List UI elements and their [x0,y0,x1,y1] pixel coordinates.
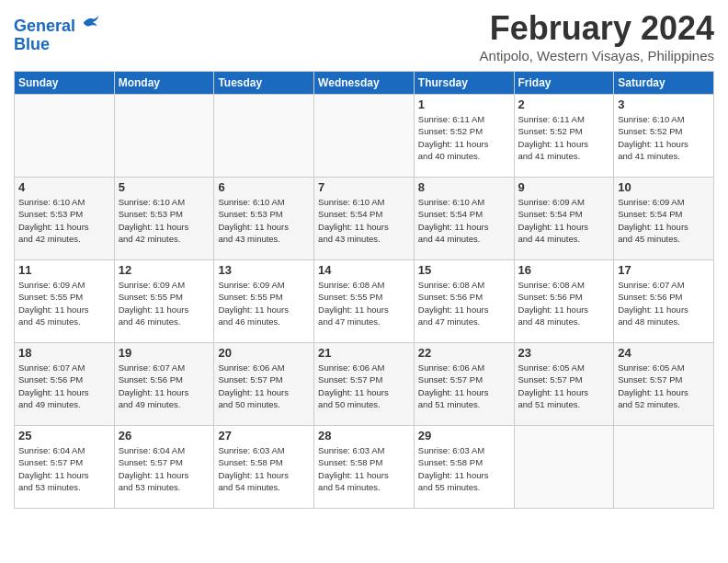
subtitle: Antipolo, Western Visayas, Philippines [480,48,714,63]
day-info: Sunrise: 6:10 AMSunset: 5:53 PMDaylight:… [18,196,110,245]
calendar-cell: 2Sunrise: 6:11 AMSunset: 5:52 PMDaylight… [514,95,614,178]
day-info: Sunrise: 6:09 AMSunset: 5:54 PMDaylight:… [518,196,610,245]
day-info: Sunrise: 6:06 AMSunset: 5:57 PMDaylight:… [418,362,510,410]
calendar-cell: 10Sunrise: 6:09 AMSunset: 5:54 PMDayligh… [614,178,714,260]
day-number: 6 [218,180,310,194]
day-number: 1 [418,98,510,111]
calendar-cell: 12Sunrise: 6:09 AMSunset: 5:55 PMDayligh… [114,260,214,343]
day-number: 4 [18,180,110,194]
day-number: 24 [618,346,710,360]
header-wednesday: Wednesday [314,72,415,95]
calendar-cell: 28Sunrise: 6:03 AMSunset: 5:58 PMDayligh… [314,426,415,509]
calendar-cell [514,426,614,509]
week-row-4: 25Sunrise: 6:04 AMSunset: 5:57 PMDayligh… [15,426,714,509]
calendar-cell: 1Sunrise: 6:11 AMSunset: 5:52 PMDaylight… [414,95,514,178]
day-number: 21 [318,346,410,360]
logo-general: General [14,17,75,35]
day-info: Sunrise: 6:11 AMSunset: 5:52 PMDaylight:… [518,113,610,162]
day-info: Sunrise: 6:03 AMSunset: 5:58 PMDaylight:… [418,444,510,493]
week-row-2: 11Sunrise: 6:09 AMSunset: 5:55 PMDayligh… [15,260,714,343]
calendar-cell: 26Sunrise: 6:04 AMSunset: 5:57 PMDayligh… [114,426,214,509]
day-number: 10 [618,180,710,194]
day-info: Sunrise: 6:08 AMSunset: 5:56 PMDaylight:… [518,279,610,327]
day-info: Sunrise: 6:07 AMSunset: 5:56 PMDaylight:… [18,362,110,410]
day-number: 5 [119,180,210,194]
calendar-cell: 4Sunrise: 6:10 AMSunset: 5:53 PMDaylight… [15,178,115,260]
calendar-cell: 20Sunrise: 6:06 AMSunset: 5:57 PMDayligh… [214,343,314,426]
calendar-cell: 24Sunrise: 6:05 AMSunset: 5:57 PMDayligh… [614,343,714,426]
day-number: 8 [418,180,510,194]
day-info: Sunrise: 6:09 AMSunset: 5:55 PMDaylight:… [218,279,310,327]
calendar-cell: 3Sunrise: 6:10 AMSunset: 5:52 PMDaylight… [614,95,714,178]
day-number: 3 [618,98,710,111]
day-number: 7 [318,180,410,194]
day-number: 27 [218,429,310,442]
calendar-cell: 18Sunrise: 6:07 AMSunset: 5:56 PMDayligh… [15,343,115,426]
calendar-cell [114,95,214,178]
day-number: 17 [618,263,710,277]
calendar-cell [314,95,415,178]
day-info: Sunrise: 6:10 AMSunset: 5:54 PMDaylight:… [418,196,510,245]
day-number: 26 [119,429,210,442]
day-info: Sunrise: 6:04 AMSunset: 5:57 PMDaylight:… [18,444,110,493]
header-sunday: Sunday [15,72,115,95]
day-number: 16 [518,263,610,277]
day-number: 23 [518,346,610,360]
day-info: Sunrise: 6:05 AMSunset: 5:57 PMDaylight:… [518,362,610,410]
calendar-cell: 8Sunrise: 6:10 AMSunset: 5:54 PMDaylight… [414,178,514,260]
day-number: 11 [18,263,110,277]
day-number: 14 [318,263,410,277]
calendar-header: SundayMondayTuesdayWednesdayThursdayFrid… [15,72,714,95]
header-thursday: Thursday [414,72,514,95]
day-info: Sunrise: 6:10 AMSunset: 5:53 PMDaylight:… [218,196,310,245]
calendar-cell: 5Sunrise: 6:10 AMSunset: 5:53 PMDaylight… [114,178,214,260]
header-saturday: Saturday [614,72,714,95]
week-row-3: 18Sunrise: 6:07 AMSunset: 5:56 PMDayligh… [15,343,714,426]
day-number: 2 [518,98,610,111]
day-number: 19 [119,346,210,360]
calendar-cell: 11Sunrise: 6:09 AMSunset: 5:55 PMDayligh… [15,260,115,343]
day-info: Sunrise: 6:09 AMSunset: 5:55 PMDaylight:… [119,279,210,327]
calendar-cell: 17Sunrise: 6:07 AMSunset: 5:56 PMDayligh… [614,260,714,343]
day-info: Sunrise: 6:03 AMSunset: 5:58 PMDaylight:… [318,444,410,493]
calendar-cell: 27Sunrise: 6:03 AMSunset: 5:58 PMDayligh… [214,426,314,509]
day-info: Sunrise: 6:11 AMSunset: 5:52 PMDaylight:… [418,113,510,162]
calendar-cell: 13Sunrise: 6:09 AMSunset: 5:55 PMDayligh… [214,260,314,343]
calendar-cell: 6Sunrise: 6:10 AMSunset: 5:53 PMDaylight… [214,178,314,260]
calendar-cell: 9Sunrise: 6:09 AMSunset: 5:54 PMDaylight… [514,178,614,260]
day-info: Sunrise: 6:03 AMSunset: 5:58 PMDaylight:… [218,444,310,493]
day-number: 22 [418,346,510,360]
title-section: February 2024 Antipolo, Western Visayas,… [480,9,714,63]
calendar-cell: 16Sunrise: 6:08 AMSunset: 5:56 PMDayligh… [514,260,614,343]
day-number: 15 [418,263,510,277]
week-row-1: 4Sunrise: 6:10 AMSunset: 5:53 PMDaylight… [15,178,714,260]
day-number: 28 [318,429,410,442]
header-tuesday: Tuesday [214,72,314,95]
day-info: Sunrise: 6:08 AMSunset: 5:55 PMDaylight:… [318,279,410,327]
calendar-cell: 15Sunrise: 6:08 AMSunset: 5:56 PMDayligh… [414,260,514,343]
logo-bird-icon [82,13,100,31]
page-header: General Blue February 2024 Antipolo, Wes… [14,9,714,63]
week-row-0: 1Sunrise: 6:11 AMSunset: 5:52 PMDaylight… [15,95,714,178]
calendar-cell: 7Sunrise: 6:10 AMSunset: 5:54 PMDaylight… [314,178,415,260]
header-row: SundayMondayTuesdayWednesdayThursdayFrid… [15,72,714,95]
day-info: Sunrise: 6:10 AMSunset: 5:52 PMDaylight:… [618,113,710,162]
day-info: Sunrise: 6:06 AMSunset: 5:57 PMDaylight:… [218,362,310,410]
day-info: Sunrise: 6:07 AMSunset: 5:56 PMDaylight:… [119,362,210,410]
header-monday: Monday [114,72,214,95]
day-info: Sunrise: 6:10 AMSunset: 5:53 PMDaylight:… [119,196,210,245]
day-info: Sunrise: 6:06 AMSunset: 5:57 PMDaylight:… [318,362,410,410]
day-number: 25 [18,429,110,442]
calendar-cell [614,426,714,509]
day-number: 13 [218,263,310,277]
day-number: 12 [119,263,210,277]
logo: General Blue [14,13,100,54]
calendar-cell: 21Sunrise: 6:06 AMSunset: 5:57 PMDayligh… [314,343,415,426]
day-number: 9 [518,180,610,194]
calendar-table: SundayMondayTuesdayWednesdayThursdayFrid… [14,71,714,509]
header-friday: Friday [514,72,614,95]
calendar-cell [15,95,115,178]
calendar-cell: 23Sunrise: 6:05 AMSunset: 5:57 PMDayligh… [514,343,614,426]
calendar-cell: 14Sunrise: 6:08 AMSunset: 5:55 PMDayligh… [314,260,415,343]
calendar-cell: 22Sunrise: 6:06 AMSunset: 5:57 PMDayligh… [414,343,514,426]
